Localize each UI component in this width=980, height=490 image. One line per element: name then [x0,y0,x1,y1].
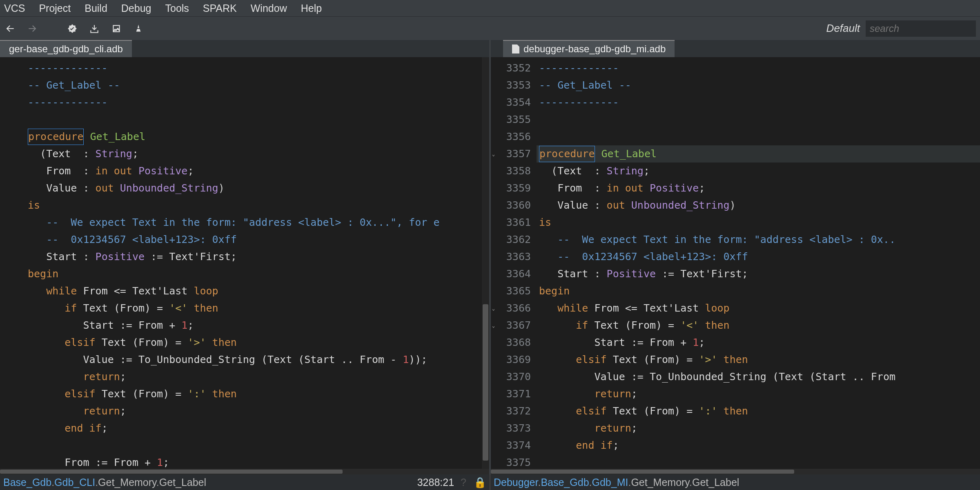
code-line[interactable]: if Text (From) = '<' then [537,317,980,334]
code-line[interactable]: Value : out Unbounded_String) [537,197,980,214]
code-line[interactable]: -- We expect Text in the form: "address … [537,231,980,248]
code-line[interactable]: procedure Get_Label [25,128,489,145]
code-line[interactable]: Start : Positive := Text'First; [25,248,489,265]
menubar: VCSProjectBuildDebugToolsSPARKWindowHelp [0,0,980,16]
code-line[interactable]: ------------- [25,94,489,111]
code-line[interactable]: begin [25,265,489,283]
menu-project[interactable]: Project [39,2,71,14]
nav-forward-icon[interactable] [26,22,38,35]
search-input[interactable] [866,20,976,37]
code-line[interactable]: is [25,197,489,214]
menu-tools[interactable]: Tools [165,2,189,14]
cursor-position: 3288:21 [417,477,454,488]
code-line[interactable]: return; [25,368,489,385]
code-line[interactable]: elsif Text (From) = '>' then [537,351,980,368]
check-badge-icon[interactable] [66,22,78,35]
code-line[interactable]: is [537,214,980,231]
code-line[interactable]: elsif Text (From) = '>' then [25,334,489,351]
menu-debug[interactable]: Debug [121,2,151,14]
tab-label: debugger-base_gdb-gdb_mi.adb [523,43,666,55]
menu-help[interactable]: Help [301,2,322,14]
breadcrumb-left[interactable]: Base_Gdb.Gdb_CLI.Get_Memory.Get_Label [3,477,206,488]
code-line[interactable]: if Text (From) = '<' then [25,300,489,317]
scrollbar-v-left[interactable] [482,57,489,469]
code-line[interactable]: return; [25,403,489,420]
code-line[interactable]: Value := To_Unbounded_String (Text (Star… [25,351,489,368]
editor-right[interactable]: 335233533354335533563357˅335833593360336… [491,57,980,474]
statusbar: Base_Gdb.Gdb_CLI.Get_Memory.Get_Label 32… [0,474,980,490]
status-right: Debugger.Base_Gdb.Gdb_MI.Get_Memory.Get_… [490,474,980,490]
search-scope-label[interactable]: Default [826,22,860,35]
brush-icon[interactable] [132,22,145,35]
menu-vcs[interactable]: VCS [4,2,25,14]
editor-left[interactable]: --------------- Get_Label --------------… [0,57,489,474]
code-line[interactable]: Value : out Unbounded_String) [25,180,489,197]
code-line[interactable] [537,111,980,128]
file-icon [512,45,519,53]
toolbar: Default [0,16,980,40]
tab-right-file[interactable]: debugger-base_gdb-gdb_mi.adb [503,40,675,57]
code-line[interactable]: Start : Positive := Text'First; [537,265,980,283]
code-line[interactable]: return; [537,420,980,437]
tabbar-right: debugger-base_gdb-gdb_mi.adb [491,40,980,57]
download-box-icon[interactable] [88,22,100,35]
code-line[interactable]: Start := From + 1; [25,317,489,334]
code-line[interactable] [25,111,489,128]
code-line[interactable]: (Text : String; [25,145,489,163]
lock-icon: 🔒 [474,477,486,488]
help-icon[interactable]: ? [461,477,466,488]
code-line[interactable]: Value := To_Unbounded_String (Text (Star… [537,368,980,385]
code-line[interactable]: procedure Get_Label [537,145,980,163]
tabbar-left: ger-base_gdb-gdb_cli.adb [0,40,489,57]
code-line[interactable] [25,437,489,454]
code-line[interactable]: -- Get_Label -- [537,77,980,94]
code-line[interactable]: end if; [25,420,489,437]
code-line[interactable]: while From <= Text'Last loop [25,283,489,300]
code-line[interactable]: (Text : String; [537,163,980,180]
breadcrumb-right[interactable]: Debugger.Base_Gdb.Gdb_MI.Get_Memory.Get_… [494,477,739,488]
code-line[interactable]: -- We expect Text in the form: "address … [25,214,489,231]
code-line[interactable]: -- Get_Label -- [25,77,489,94]
tab-label: ger-base_gdb-gdb_cli.adb [9,43,123,55]
code-line[interactable]: ------------- [537,60,980,77]
menu-spark[interactable]: SPARK [203,2,237,14]
code-line[interactable]: return; [537,385,980,403]
code-line[interactable]: elsif Text (From) = ':' then [25,385,489,403]
code-line[interactable]: Start := From + 1; [537,334,980,351]
status-left: Base_Gdb.Gdb_CLI.Get_Memory.Get_Label 32… [0,474,490,490]
code-line[interactable]: ------------- [25,60,489,77]
menu-build[interactable]: Build [85,2,107,14]
code-line[interactable]: From : in out Positive; [25,163,489,180]
menu-window[interactable]: Window [251,2,287,14]
scrollbar-h-right[interactable] [491,469,980,474]
code-line[interactable]: while From <= Text'Last loop [537,300,980,317]
code-line[interactable]: -- 0x1234567 <label+123>: 0xff [537,248,980,265]
tab-left-file[interactable]: ger-base_gdb-gdb_cli.adb [0,40,132,57]
code-line[interactable]: ------------- [537,94,980,111]
code-line[interactable]: end if; [537,437,980,454]
editor-pane-right: debugger-base_gdb-gdb_mi.adb 33523353335… [491,40,980,474]
scrollbar-h-left[interactable] [0,469,489,474]
code-line[interactable]: -- 0x1234567 <label+123>: 0xff [25,231,489,248]
code-line[interactable]: elsif Text (From) = ':' then [537,403,980,420]
code-line[interactable]: begin [537,283,980,300]
nav-back-icon[interactable] [4,22,16,35]
code-line[interactable]: From : in out Positive; [537,180,980,197]
editor-pane-left: ger-base_gdb-gdb_cli.adb ---------------… [0,40,491,474]
image-icon[interactable] [110,22,122,35]
code-line[interactable] [537,128,980,145]
